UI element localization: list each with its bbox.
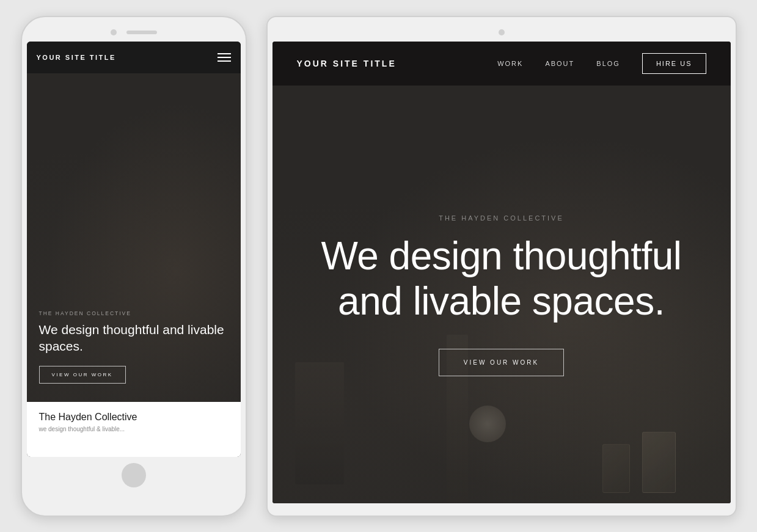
nav-link-work[interactable]: WORK — [497, 60, 523, 67]
hamburger-line — [218, 60, 231, 62]
desktop-cta-button[interactable]: VIEW OUR WORK — [439, 349, 564, 376]
mobile-home-indicator[interactable] — [122, 463, 146, 487]
hire-us-button[interactable]: HIRE US — [642, 53, 706, 74]
hamburger-line — [218, 57, 231, 58]
mobile-cta-button[interactable]: VIEW OUR WORK — [39, 366, 126, 384]
desktop-screen: YOUR SITE TITLE WORK ABOUT BLOG HIRE US … — [272, 42, 731, 503]
mobile-camera-icon — [111, 29, 117, 35]
desktop-nav-links: WORK ABOUT BLOG HIRE US — [497, 53, 706, 74]
mobile-hero-content: The Hayden Collective We design thoughtf… — [39, 310, 229, 384]
hero-decor-glass1 — [642, 432, 676, 493]
desktop-headline-line2: and livable spaces. — [338, 279, 665, 323]
desktop-hero-headline: We design thoughtful and livable spaces. — [321, 234, 681, 324]
mobile-top-bar — [28, 29, 240, 35]
mobile-screen: YOUR SITE TITLE The Hayden Collective We… — [27, 42, 241, 457]
nav-link-about[interactable]: ABOUT — [545, 60, 574, 67]
nav-link-blog[interactable]: BLOG — [596, 60, 620, 67]
hamburger-line — [218, 53, 231, 54]
hero-decor-flower — [469, 406, 506, 442]
desktop-hero-subtitle: THE HAYDEN COLLECTIVE — [321, 214, 681, 222]
desktop-site-title: YOUR SITE TITLE — [297, 59, 397, 68]
mobile-hero-subtitle: The Hayden Collective — [39, 310, 229, 316]
desktop-nav: YOUR SITE TITLE WORK ABOUT BLOG HIRE US — [272, 42, 731, 86]
desktop-camera-icon — [499, 29, 505, 35]
hero-decor-glass2 — [602, 444, 630, 493]
mobile-site-title: YOUR SITE TITLE — [37, 54, 116, 61]
mobile-panel-text: we design thoughtful & livable... — [39, 425, 229, 434]
desktop-device: YOUR SITE TITLE WORK ABOUT BLOG HIRE US … — [266, 16, 737, 517]
desktop-headline-line1: We design thoughtful — [321, 234, 681, 278]
desktop-top-bar — [274, 29, 730, 35]
mobile-bottom-panel: The Hayden Collective we design thoughtf… — [27, 402, 241, 457]
mobile-panel-title: The Hayden Collective — [39, 412, 229, 423]
desktop-hero: THE HAYDEN COLLECTIVE We design thoughtf… — [272, 86, 731, 503]
mobile-nav: YOUR SITE TITLE — [27, 42, 241, 73]
hamburger-menu-button[interactable] — [218, 53, 231, 62]
mobile-device: YOUR SITE TITLE The Hayden Collective We… — [21, 16, 247, 517]
hero-decor-bottle — [295, 362, 344, 484]
desktop-hero-content: THE HAYDEN COLLECTIVE We design thoughtf… — [284, 214, 718, 376]
mobile-hero: The Hayden Collective We design thoughtf… — [27, 73, 241, 402]
mobile-hero-headline: We design thoughtful and livable spaces. — [39, 321, 229, 355]
mobile-speaker — [126, 31, 157, 34]
